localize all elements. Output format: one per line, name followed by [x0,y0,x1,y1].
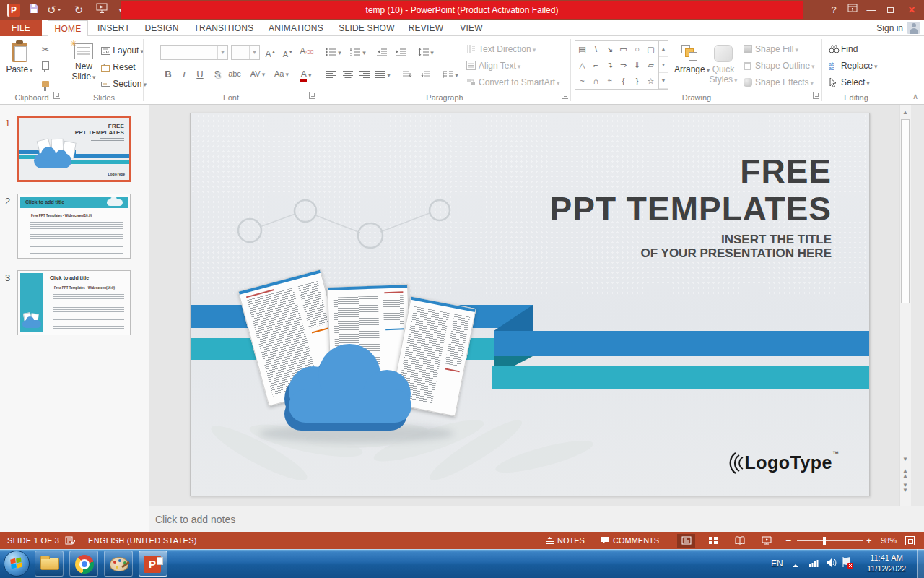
font-name-combo[interactable]: ▾ [160,45,228,60]
increase-indent-button[interactable] [393,44,409,59]
text-direction-button[interactable]: Text Direction [466,42,536,56]
notes-placeholder[interactable]: Click to add notes [155,514,235,525]
shape-oval-icon[interactable]: ○ [630,41,644,57]
shapes-gallery[interactable]: ▤ \ ↘ ▭ ○ ▢ △ ⌐ ↴ ⇒ ⇓ ▱ ~ ∩ ≈ { } ☆ [575,40,659,90]
tab-slide-show[interactable]: SLIDE SHOW [334,20,400,36]
slide-thumbnail-2[interactable]: Click to add title Free PPT Templates - … [17,194,131,259]
tab-animations[interactable]: ANIMATIONS [264,20,328,36]
shapes-scroll-down[interactable]: ▼ [659,57,668,73]
notes-toggle-button[interactable]: NOTES [545,532,585,549]
taskbar-clock[interactable]: 11:41 AM11/12/2022 [859,553,914,574]
line-spacing-button[interactable] [416,44,436,59]
shape-triangle-icon[interactable]: △ [575,57,589,73]
language-bar[interactable]: EN [771,549,783,578]
reset-button[interactable]: Reset [101,60,136,74]
columns-button[interactable] [440,66,461,82]
shape-right-brace-icon[interactable]: } [630,73,644,89]
align-left-button[interactable] [323,66,339,82]
arrange-button[interactable]: Arrange [674,40,706,88]
bullets-button[interactable] [323,44,344,59]
shape-left-brace-icon[interactable]: { [616,73,630,89]
fit-slide-to-window-button[interactable] [905,536,915,545]
shape-flowchart-icon[interactable]: ▱ [644,57,658,73]
bold-button[interactable]: B [160,66,176,82]
reading-view-button[interactable] [731,534,749,548]
right-to-left-button[interactable] [417,66,433,82]
new-slide-button[interactable]: New Slide [68,40,100,88]
slide-title-placeholder[interactable]: FREEPPT TEMPLATES [550,152,832,228]
action-center-icon[interactable] [842,557,853,578]
shape-outline-button[interactable]: Shape Outline [744,59,815,73]
start-from-beginning-button[interactable] [94,3,110,17]
shapes-scroll-up[interactable]: ▲ [659,41,668,57]
shape-down-arrow-icon[interactable]: ⇓ [630,57,644,73]
save-button[interactable] [26,3,42,17]
shape-right-arrow-icon[interactable]: ⇒ [616,57,630,73]
tab-insert[interactable]: INSERT [93,20,134,36]
tab-transitions[interactable]: TRANSITIONS [189,20,258,36]
shape-fill-button[interactable]: Shape Fill [744,42,798,56]
text-shadow-button[interactable]: S [209,66,225,82]
undo-button[interactable]: ↺ [46,3,62,17]
section-button[interactable]: Section [101,77,147,91]
shape-rectangle-icon[interactable]: ▭ [616,41,630,57]
shape-elbow-icon[interactable]: ⌐ [589,57,603,73]
clear-formatting-button[interactable]: A⌫ [299,44,315,59]
character-spacing-button[interactable]: AV [247,66,269,82]
slide-subtitle-placeholder[interactable]: INSERT THE TITLEOF YOUR PRESENTATION HER… [641,233,832,260]
show-hidden-icons-button[interactable] [791,559,800,578]
shapes-gallery-scrollbar[interactable]: ▲ ▼ ▼ [659,40,668,90]
shape-effects-button[interactable]: Shape Effects [744,75,814,90]
convert-to-smartart-button[interactable]: Convert to SmartArt [466,75,560,90]
shape-elbow-arrow-icon[interactable]: ↴ [603,57,616,73]
shape-rounded-rectangle-icon[interactable]: ▢ [644,41,658,57]
taskbar-chrome-button[interactable] [69,551,98,577]
volume-icon[interactable] [826,558,837,578]
shape-arc-icon[interactable]: ∩ [589,73,603,89]
zoom-slider-thumb[interactable] [823,537,826,545]
slide-sorter-view-button[interactable] [704,534,722,548]
cut-button[interactable]: ✂ [38,42,53,57]
undo-dropdown-icon[interactable] [57,9,61,13]
ribbon-display-options-button[interactable] [843,2,862,18]
replace-button[interactable]: abacReplace [829,59,878,73]
tab-review[interactable]: REVIEW [405,20,447,36]
taskbar-explorer-button[interactable] [35,551,64,577]
redo-button[interactable]: ↻ [71,3,87,17]
scrollbar-thumb[interactable] [901,119,910,303]
spell-check-icon[interactable] [65,532,75,549]
tab-file[interactable]: FILE [0,20,42,36]
copy-button[interactable] [38,59,53,74]
language-indicator[interactable]: ENGLISH (UNITED STATES) [88,532,197,549]
sign-in-button[interactable]: Sign in [876,20,920,36]
normal-view-button[interactable] [677,534,695,548]
notes-pane[interactable]: Click to add notes [149,506,924,532]
italic-button[interactable]: I [176,66,192,82]
left-to-right-button[interactable] [399,66,415,82]
shape-scribble-icon[interactable]: ~ [575,73,589,89]
select-button[interactable]: Select [829,75,870,90]
shape-line-icon[interactable]: \ [589,41,603,57]
shape-arrow-icon[interactable]: ↘ [603,41,616,57]
increase-font-size-button[interactable]: A▲ [263,44,279,59]
scroll-up-button[interactable]: ▲ [900,107,910,118]
slide-thumbnail-3[interactable]: Click to add title Free PPT Templates - … [17,270,131,335]
slide-thumbnail-1[interactable]: FREEPPT TEMPLATES LogoType [17,116,131,182]
font-color-button[interactable]: A [296,66,316,82]
change-case-button[interactable]: Aa [271,66,292,82]
strikethrough-button[interactable]: abc [225,66,244,82]
minimize-button[interactable]: — [862,2,881,18]
slide-show-button[interactable] [757,534,775,548]
font-dialog-launcher[interactable] [309,92,315,99]
tab-home[interactable]: HOME [48,20,88,36]
show-desktop-button[interactable] [917,549,924,578]
start-button[interactable] [4,551,30,577]
zoom-level-indicator[interactable]: 98% [881,532,897,549]
underline-button[interactable]: U [192,66,208,82]
slide-number-indicator[interactable]: SLIDE 1 OF 3 [7,532,59,549]
shape-curve-icon[interactable]: ≈ [603,73,616,89]
taskbar-paint-button[interactable] [104,551,133,577]
help-button[interactable]: ? [824,2,843,18]
shape-star-icon[interactable]: ☆ [644,73,658,89]
clipboard-dialog-launcher[interactable] [53,92,60,99]
